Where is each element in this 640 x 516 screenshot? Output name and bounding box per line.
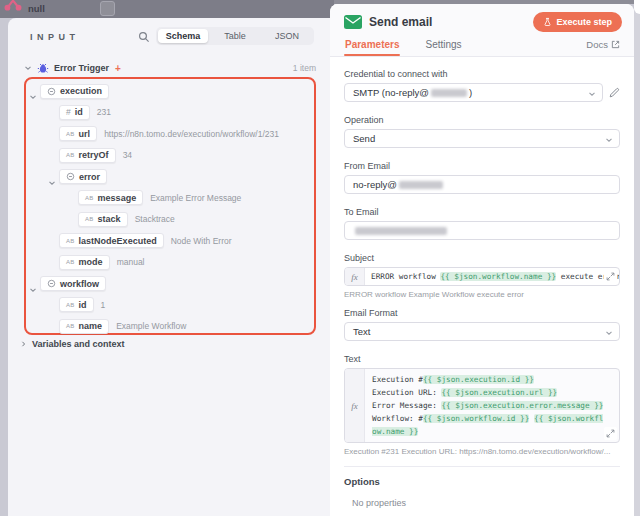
schema-key-pill[interactable]: ABmode bbox=[59, 255, 110, 270]
schema-row[interactable]: ABmessageExample Error Message bbox=[24, 190, 316, 206]
email-format-label: Email Format bbox=[344, 308, 620, 318]
schema-key-pill[interactable]: ABname bbox=[59, 319, 109, 334]
tab-settings[interactable]: Settings bbox=[424, 37, 462, 56]
tab-table[interactable]: Table bbox=[210, 29, 260, 43]
schema-key-pill[interactable]: #id bbox=[59, 105, 90, 120]
chevron-down-icon[interactable] bbox=[48, 173, 56, 181]
variables-context-toggle[interactable]: Variables and context bbox=[20, 339, 125, 349]
schema-key-pill[interactable]: ABid bbox=[59, 297, 94, 312]
docs-link[interactable]: Docs bbox=[586, 39, 620, 56]
credential-select[interactable]: SMTP (no-reply@ ) bbox=[344, 83, 603, 102]
schema-key-pill[interactable]: ABlastNodeExecuted bbox=[59, 233, 164, 248]
schema-key: url bbox=[79, 129, 91, 139]
subject-expression-content[interactable]: ERROR workflow {{ $json.workflow.name }}… bbox=[365, 268, 619, 285]
chevron-down-icon bbox=[605, 136, 613, 144]
schema-row[interactable]: ABstackStacktrace bbox=[24, 211, 316, 227]
from-email-input[interactable]: no-reply@ bbox=[344, 175, 620, 194]
operation-select[interactable]: Send bbox=[344, 129, 620, 148]
text-expression-content[interactable]: Execution #{{ $json.execution.id }}Execu… bbox=[365, 369, 619, 442]
text-expression-field[interactable]: fx Execution #{{ $json.execution.id }}Ex… bbox=[344, 368, 620, 443]
schema-value: 34 bbox=[123, 150, 132, 160]
text-label: Text bbox=[344, 354, 620, 364]
email-format-select[interactable]: Text bbox=[344, 322, 620, 341]
schema-row[interactable]: ABlastNodeExecutedNode With Error bbox=[24, 233, 316, 249]
canvas-node-icon bbox=[3, 0, 23, 11]
redacted-text bbox=[399, 181, 443, 189]
string-type-icon: AB bbox=[66, 259, 75, 265]
schema-row[interactable]: #id231 bbox=[24, 104, 316, 120]
display-mode-switch: Schema Table JSON bbox=[156, 27, 314, 45]
credential-value-suffix: ) bbox=[469, 87, 472, 98]
from-email-label: From Email bbox=[344, 161, 620, 171]
schema-key-pill[interactable]: ABurl bbox=[59, 126, 97, 141]
tab-json[interactable]: JSON bbox=[262, 29, 312, 43]
schema-key-pill[interactable]: error bbox=[59, 169, 107, 184]
fx-icon: fx bbox=[345, 268, 365, 285]
parameters-body: Credential to connect with SMTP (no-repl… bbox=[330, 57, 634, 516]
to-email-input[interactable] bbox=[344, 221, 620, 240]
schema-row[interactable]: execution bbox=[24, 83, 316, 99]
docs-label: Docs bbox=[586, 39, 608, 50]
schema-key: retryOf bbox=[79, 150, 109, 160]
schema-row[interactable]: ABretryOf34 bbox=[24, 147, 316, 163]
email-format-value: Text bbox=[353, 326, 370, 337]
edit-credential-pencil-icon[interactable] bbox=[609, 87, 620, 98]
schema-key-pill[interactable]: execution bbox=[40, 84, 109, 99]
schema-value: 231 bbox=[97, 107, 111, 117]
schema-key-pill[interactable]: workflow bbox=[40, 276, 106, 291]
schema-value: Stacktrace bbox=[135, 214, 175, 224]
credential-label: Credential to connect with bbox=[344, 69, 620, 79]
execute-step-button[interactable]: Execute step bbox=[533, 12, 622, 32]
chevron-down-icon[interactable] bbox=[24, 64, 32, 72]
schema-row[interactable]: workflow bbox=[24, 276, 316, 292]
canvas-topbar: null bbox=[0, 0, 334, 18]
chevron-down-icon[interactable] bbox=[29, 280, 37, 288]
search-icon[interactable] bbox=[138, 31, 150, 43]
schema-key: stack bbox=[98, 214, 121, 224]
execute-step-label: Execute step bbox=[556, 17, 612, 27]
expression-text: Workflow: # bbox=[372, 414, 423, 423]
schema-row[interactable]: ABmodemanual bbox=[24, 254, 316, 270]
output-panel-edge bbox=[634, 0, 640, 516]
output-panel-corner bbox=[634, 0, 640, 14]
schema-row[interactable]: ABnameExample Workflow bbox=[24, 318, 316, 334]
object-type-icon bbox=[47, 87, 56, 96]
expression-token: {{ $json.execution.error.message }} bbox=[441, 401, 603, 410]
to-email-label: To Email bbox=[344, 207, 620, 217]
schema-row[interactable]: ABid1 bbox=[24, 297, 316, 313]
send-email-node-icon bbox=[344, 15, 362, 29]
node-settings-panel: Send email Execute step Parameters Setti… bbox=[330, 4, 634, 516]
chevron-down-icon[interactable] bbox=[29, 87, 37, 95]
schema-source-row[interactable]: Error Trigger + 1 item bbox=[8, 60, 330, 76]
schema-value: manual bbox=[117, 257, 145, 267]
schema-value: https://n8n.tomo.dev/execution/workflow/… bbox=[104, 129, 279, 139]
expression-text: Execution # bbox=[372, 375, 423, 384]
canvas-toolbar-button[interactable] bbox=[100, 1, 115, 16]
error-trigger-bug-icon bbox=[37, 62, 49, 74]
string-type-icon: AB bbox=[85, 216, 94, 222]
schema-key-pill[interactable]: ABretryOf bbox=[59, 148, 116, 163]
schema-row[interactable]: ABurlhttps://n8n.tomo.dev/execution/work… bbox=[24, 126, 316, 142]
string-type-icon: AB bbox=[85, 195, 94, 201]
expression-text: ERROR workflow bbox=[371, 272, 440, 281]
expression-token: {{ $json.workflow.id }} bbox=[423, 414, 529, 423]
schema-key: error bbox=[79, 172, 100, 182]
schema-row[interactable]: error bbox=[24, 169, 316, 185]
subject-expression-field[interactable]: fx ERROR workflow {{ $json.workflow.name… bbox=[344, 267, 620, 286]
source-node-name: Error Trigger bbox=[54, 63, 109, 73]
item-count: 1 item bbox=[293, 63, 316, 73]
schema-key: id bbox=[79, 300, 87, 310]
schema-key: id bbox=[75, 107, 83, 117]
expand-expression-icon[interactable] bbox=[604, 270, 617, 283]
schema-key-pill[interactable]: ABmessage bbox=[78, 190, 143, 205]
schema-key: workflow bbox=[60, 279, 99, 289]
expression-token: {{ $json.execution.id }} bbox=[423, 375, 534, 384]
operation-label: Operation bbox=[344, 115, 620, 125]
tab-schema[interactable]: Schema bbox=[158, 29, 208, 43]
expression-token: {{ $json.execution.url }} bbox=[441, 388, 557, 397]
schema-value: Example Error Message bbox=[150, 193, 241, 203]
expand-expression-icon[interactable] bbox=[604, 427, 617, 440]
schema-key-pill[interactable]: ABstack bbox=[78, 212, 128, 227]
pin-plus-icon[interactable]: + bbox=[115, 63, 121, 74]
tab-parameters[interactable]: Parameters bbox=[344, 37, 400, 56]
